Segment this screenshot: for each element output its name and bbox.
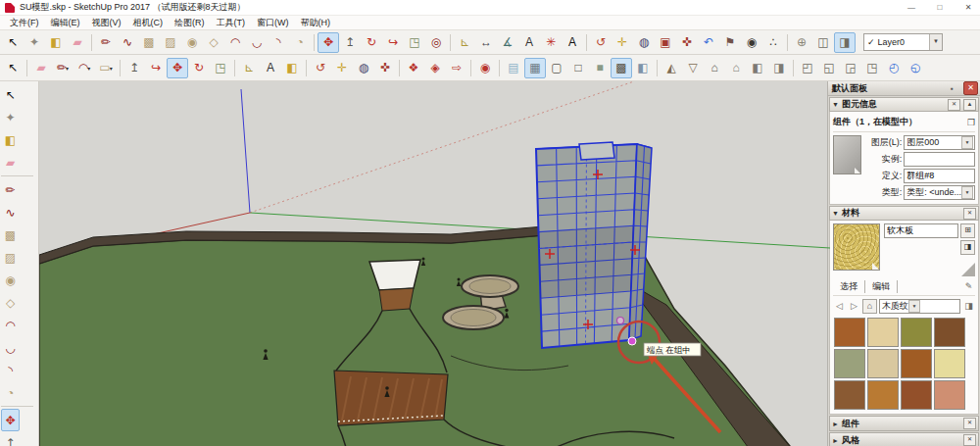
- zoom-extents-tool-button[interactable]: ✜: [374, 58, 396, 78]
- polygon-tool-button[interactable]: ◇: [1, 291, 20, 314]
- model-viewport[interactable]: 端点 在组中: [39, 81, 827, 446]
- pie-tool-button[interactable]: ◔: [289, 32, 311, 53]
- follow-me-tool-button[interactable]: ↪: [145, 58, 167, 78]
- select-tool-button[interactable]: ↖: [1, 83, 20, 106]
- menu-item-2[interactable]: 视图(V): [86, 16, 127, 30]
- follow-me-tool-button[interactable]: ↪: [382, 32, 404, 53]
- components-browser-button-button[interactable]: ◈: [424, 58, 446, 78]
- text-tool-button[interactable]: A: [260, 58, 281, 78]
- create-material-button[interactable]: ⊞: [960, 223, 975, 238]
- layer-combo[interactable]: ✓ Layer0 ▼: [863, 33, 943, 51]
- material-swatch-6[interactable]: [901, 349, 932, 378]
- terrain-group[interactable]: [39, 226, 794, 446]
- expand-triangle-icon[interactable]: ►: [832, 437, 839, 444]
- entity-instance-field[interactable]: [904, 152, 975, 167]
- material-name-input[interactable]: [885, 224, 961, 236]
- select-tool-button[interactable]: ↖: [2, 58, 24, 78]
- panel-close-button[interactable]: ✕: [963, 81, 978, 95]
- solid-intersect-button[interactable]: ◱: [818, 58, 840, 78]
- view-right-button[interactable]: ◨: [768, 58, 790, 78]
- entity-definition-field[interactable]: [904, 169, 975, 183]
- material-swatch-9[interactable]: [867, 380, 899, 410]
- eyedropper-icon[interactable]: ✎: [962, 280, 975, 293]
- freehand-tool-button[interactable]: ∿: [1, 201, 20, 223]
- components-tray-close-button[interactable]: ✕: [963, 418, 976, 429]
- tab-select[interactable]: 选择: [833, 280, 865, 293]
- material-swatch-10[interactable]: [901, 380, 932, 410]
- material-category-caret-icon[interactable]: ▼: [908, 300, 920, 313]
- in-model-home-button[interactable]: ⌂: [862, 299, 877, 314]
- solid-trim-button[interactable]: ◴: [883, 58, 905, 78]
- solid-union-button[interactable]: ◲: [840, 58, 861, 78]
- entity-layer-caret-icon[interactable]: ▼: [961, 136, 973, 149]
- material-swatch-3[interactable]: [934, 318, 965, 347]
- rectangle-tool-button[interactable]: ▭▾: [95, 58, 117, 78]
- eraser-tool-button[interactable]: ▰: [30, 58, 52, 78]
- style-monochrome-button[interactable]: ◧: [632, 58, 654, 78]
- layer-combo-caret-icon[interactable]: ▼: [929, 34, 942, 50]
- section-plane-tool-button[interactable]: ⊕: [791, 32, 812, 53]
- eraser-tool-button[interactable]: ▰: [67, 32, 88, 53]
- line-tool-button[interactable]: ✏▾: [52, 58, 74, 78]
- material-swatch-7[interactable]: [934, 349, 965, 378]
- 3d-text-tool-button[interactable]: A: [562, 32, 583, 53]
- section-display-toggle-button[interactable]: ◫: [812, 32, 834, 53]
- paint-bucket-tool-button[interactable]: ◧: [45, 32, 67, 53]
- move-tool-button[interactable]: ✥: [1, 409, 20, 431]
- paint-bucket-tool-button[interactable]: ◧: [1, 128, 20, 151]
- arc-tool-button[interactable]: ◠▾: [74, 58, 95, 78]
- panel-scroll-up-button[interactable]: ▲: [963, 99, 976, 111]
- selected-building-group[interactable]: [536, 142, 652, 348]
- material-swatch-5[interactable]: [867, 349, 899, 378]
- menu-item-4[interactable]: 绘图(R): [169, 16, 211, 30]
- entity-type-combo[interactable]: 类型: <unde...▼: [904, 185, 975, 200]
- entity-type-caret-icon[interactable]: ▼: [961, 186, 973, 199]
- orbit-tool-button[interactable]: ↺: [590, 32, 612, 53]
- zoom-tool-button[interactable]: ◍: [353, 58, 374, 78]
- material-category-combo[interactable]: 木质纹 ▼: [879, 299, 960, 314]
- active-material-preview[interactable]: [833, 223, 880, 271]
- previous-view-tool-button[interactable]: ↶: [698, 32, 719, 53]
- style-x-ray-button[interactable]: ▤: [503, 58, 524, 78]
- solid-outer-shell-button[interactable]: ◰: [797, 58, 818, 78]
- materials-header[interactable]: ▼ 材料 ✕: [829, 206, 979, 221]
- zoom-extents-tool-button[interactable]: ✜: [676, 32, 698, 53]
- entity-info-header[interactable]: ▼ 图元信息 ✕ ▲: [829, 97, 979, 112]
- panel-tray-header[interactable]: 默认面板 ▪ ✕: [828, 81, 980, 96]
- view-back-button[interactable]: ⌂: [725, 58, 747, 78]
- offset-tool-button[interactable]: ◎: [425, 32, 447, 53]
- scale-tool-button[interactable]: ◳: [404, 32, 425, 53]
- style-hidden-line-button[interactable]: □: [567, 58, 589, 78]
- style-shaded-textures-button[interactable]: ▩: [611, 58, 632, 78]
- dimension-tool-button[interactable]: ↔: [475, 32, 497, 53]
- walk-tool-button[interactable]: ∴: [762, 32, 784, 53]
- protractor-tool-button[interactable]: ∡: [497, 32, 518, 53]
- freehand-tool-button[interactable]: ∿: [117, 32, 138, 53]
- menu-item-6[interactable]: 窗口(W): [251, 16, 295, 30]
- maximize-button[interactable]: □: [928, 1, 952, 15]
- toggle-instance-icon[interactable]: ❐: [967, 118, 975, 127]
- section-cut-toggle-button[interactable]: ◨: [834, 32, 856, 53]
- export-model-button-button[interactable]: ⇨: [446, 58, 467, 78]
- sample-paint-button[interactable]: ◨: [962, 300, 975, 313]
- tape-measure-tool-button[interactable]: ⊾: [454, 32, 475, 53]
- orbit-tool-button[interactable]: ↺: [310, 58, 331, 78]
- style-back-edges-button[interactable]: ▦: [524, 58, 546, 78]
- move-tool-button[interactable]: ✥: [167, 58, 188, 78]
- styles-tray-close-button[interactable]: ✕: [963, 434, 976, 446]
- polygon-tool-button[interactable]: ◇: [203, 32, 224, 53]
- rectangle-tool-dropdown-caret[interactable]: ▾: [110, 65, 113, 72]
- tab-edit[interactable]: 编辑: [865, 280, 898, 293]
- material-swatch-2[interactable]: [901, 318, 932, 347]
- select-tool-button[interactable]: ↖: [2, 32, 24, 53]
- paint-bucket-tool-button[interactable]: ◧: [281, 58, 303, 78]
- arc-tool-dropdown-caret[interactable]: ▾: [87, 65, 90, 72]
- back-button[interactable]: ◁: [833, 300, 846, 313]
- menu-item-7[interactable]: 帮助(H): [295, 16, 337, 30]
- three-point-arc-tool-button[interactable]: ◝: [268, 32, 289, 53]
- pan-tool-button[interactable]: ✛: [331, 58, 353, 78]
- axes-tool-button[interactable]: ✳: [540, 32, 562, 53]
- material-swatch-8[interactable]: [834, 380, 865, 410]
- line-tool-button[interactable]: ✏: [1, 178, 20, 201]
- scene-svg[interactable]: 端点 在组中: [39, 81, 831, 446]
